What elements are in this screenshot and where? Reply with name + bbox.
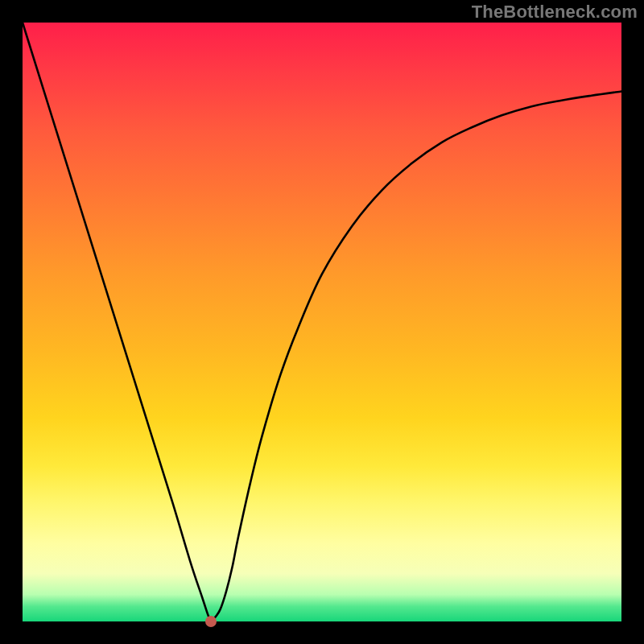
- curve-layer: [23, 23, 621, 621]
- chart-frame: TheBottleneck.com: [0, 0, 644, 644]
- watermark-text: TheBottleneck.com: [472, 2, 638, 23]
- plot-area: [23, 23, 621, 621]
- minimum-marker: [205, 616, 217, 627]
- curve-path: [23, 23, 621, 621]
